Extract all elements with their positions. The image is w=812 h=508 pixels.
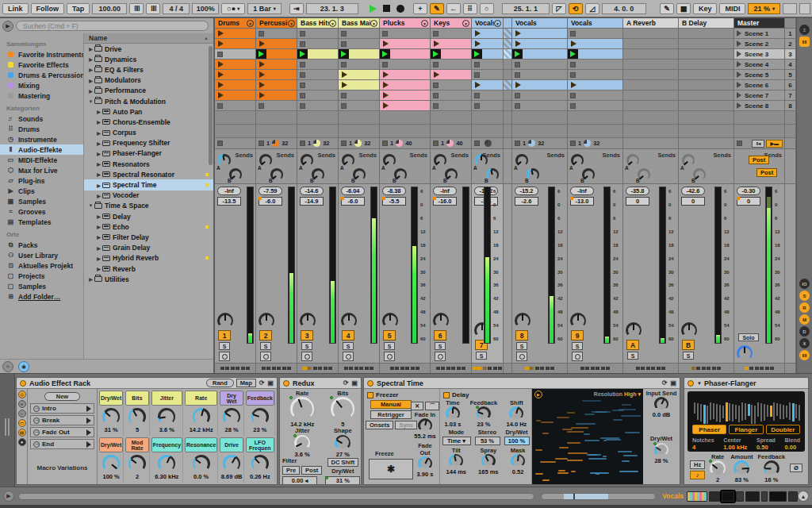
clip-play-icon[interactable] (259, 61, 265, 67)
variation-row-fade-out[interactable]: ◠Fade Out (30, 427, 94, 437)
expand-arrow-icon[interactable]: ▶ (95, 119, 102, 125)
scene-slot[interactable]: Scene 8 (734, 101, 784, 111)
tree-item-auto-pan[interactable]: ▶Auto Pan (84, 106, 213, 117)
shift-knob[interactable] (509, 406, 523, 421)
macro-label[interactable]: LFO Frequen (246, 437, 274, 452)
expand-arrow-icon[interactable]: ▼ (87, 203, 94, 208)
tree-item-utilities[interactable]: ▶Utilities (84, 274, 213, 284)
clip-slot[interactable] (339, 49, 379, 60)
return-track-slot[interactable] (623, 101, 678, 111)
volume-field[interactable]: -7.59 (259, 187, 282, 195)
pan-knob[interactable] (570, 313, 586, 329)
track-activator-button[interactable]: 4 (342, 330, 354, 341)
return-track-slot[interactable] (679, 39, 733, 49)
volume-field[interactable]: -14.6 (300, 187, 324, 195)
sidebar-item-add-folder-[interactable]: ⊞Add Folder… (0, 291, 83, 302)
peak-level-field[interactable]: -13.0 (570, 197, 594, 206)
group-rail-slot[interactable] (504, 29, 511, 39)
chain-device-thumb-5[interactable] (761, 491, 768, 502)
track-header[interactable]: Drums▾ (215, 18, 255, 29)
record-button[interactable] (396, 5, 404, 13)
clip-play-icon[interactable] (571, 40, 576, 47)
scene-play-icon[interactable] (737, 92, 741, 98)
groove-amount-field[interactable]: 100% (192, 3, 219, 14)
clip-stop-icon[interactable] (382, 140, 388, 146)
delay-checkbox[interactable] (443, 392, 450, 398)
group-rail-slot[interactable] (504, 49, 511, 60)
tree-item-dynamics[interactable]: ▶Dynamics (84, 54, 213, 64)
return-track-slot[interactable] (623, 49, 678, 60)
nudge-up-button[interactable]: ‖‖ (146, 3, 160, 14)
clip-play-icon[interactable] (475, 40, 481, 47)
clip-slot[interactable] (512, 70, 567, 80)
loop-length-field[interactable]: 4. 0. 0 (602, 3, 646, 14)
clip-slot[interactable] (431, 60, 471, 70)
clip-play-icon[interactable] (218, 82, 224, 88)
expand-arrow-icon[interactable]: ▶ (95, 266, 102, 271)
clip-slot[interactable] (568, 70, 622, 80)
clip-play-icon[interactable] (434, 40, 439, 47)
clip-slot[interactable] (380, 70, 430, 80)
nudge-down-button[interactable]: ‖‖ (129, 3, 144, 14)
track-activator-button[interactable]: 8 (515, 330, 528, 341)
tree-item-time-space[interactable]: ▼Time & Space (84, 201, 213, 211)
pan-knob[interactable] (382, 313, 398, 329)
xfade-button[interactable]: ✕ (411, 402, 423, 410)
sidebar-item-packs[interactable]: ⧉Packs (0, 240, 83, 250)
variation-select-icon[interactable]: ◠ (33, 429, 40, 436)
clip-slot[interactable] (380, 39, 430, 49)
mode-phaser-button[interactable]: Phaser (692, 425, 726, 434)
link-button[interactable]: Link (2, 3, 29, 14)
clip-stop-icon[interactable] (515, 140, 520, 146)
pan-knob[interactable] (259, 313, 274, 329)
jitter-value[interactable]: 3.6 % (295, 451, 310, 458)
expand-arrow-icon[interactable]: ▶ (87, 56, 94, 62)
param-value[interactable]: 1.00 kHz (723, 444, 747, 451)
track-menu-icon[interactable]: ▾ (494, 20, 501, 27)
chain-device-thumb-0[interactable] (687, 491, 707, 502)
scene-number[interactable]: 2 (785, 39, 795, 49)
clip-slot[interactable] (472, 90, 503, 101)
macro-knob[interactable] (128, 408, 146, 425)
fade-out-knob[interactable] (418, 456, 432, 471)
expand-arrow-icon[interactable]: ▶ (95, 151, 102, 156)
scene-play-icon[interactable] (737, 51, 741, 57)
tree-item-modulators[interactable]: ▶Modulators (84, 75, 213, 86)
param-value[interactable]: 0.00 (785, 444, 800, 451)
volume-field[interactable]: -6.04 (341, 187, 365, 195)
expand-arrow-icon[interactable]: ▶ (95, 256, 102, 261)
fold-device-icon[interactable]: ▼ (697, 381, 702, 386)
macro-label[interactable]: Dry Wet (220, 391, 243, 406)
clip-slot[interactable] (215, 101, 255, 111)
mixer-toggle-s[interactable]: S (799, 291, 810, 301)
resolution-value[interactable]: High ▾ (624, 391, 641, 397)
metronome-button[interactable]: ○● ▾ (221, 3, 245, 14)
solo-button[interactable]: S (301, 342, 312, 350)
tilt-knob[interactable] (449, 454, 463, 468)
expand-arrow-icon[interactable]: ▶ (87, 67, 94, 72)
tree-item-corpus[interactable]: ▶Corpus (84, 128, 213, 138)
clip-slot[interactable] (339, 90, 379, 101)
clip-slot[interactable] (568, 60, 622, 70)
hot-swap-icon[interactable]: ⟳ (343, 379, 349, 387)
clip-play-icon[interactable] (342, 71, 347, 78)
clip-stop-icon[interactable] (433, 140, 439, 146)
clip-play-icon[interactable] (383, 40, 389, 47)
add-variation-icon[interactable]: + (18, 400, 26, 408)
clip-play-icon[interactable] (218, 40, 224, 47)
clip-slot[interactable] (380, 60, 430, 70)
clip-play-icon[interactable] (515, 82, 521, 88)
amount-value[interactable]: 83 % (735, 476, 749, 483)
shape-value[interactable]: 27 % (336, 451, 350, 458)
macro-knob[interactable] (158, 455, 175, 472)
solo-button[interactable]: S (683, 352, 694, 360)
clip-stop-icon[interactable] (341, 140, 347, 146)
map-button[interactable]: Map (236, 379, 256, 387)
arm-button[interactable] (301, 352, 312, 361)
track-header[interactable]: Vocals (568, 18, 622, 29)
save-preset-icon[interactable]: ▣ (351, 379, 358, 387)
tree-scrollbar[interactable] (209, 46, 213, 165)
arm-button[interactable] (384, 352, 395, 361)
clip-slot[interactable] (512, 101, 567, 111)
variation-launch-icon[interactable] (86, 418, 91, 424)
